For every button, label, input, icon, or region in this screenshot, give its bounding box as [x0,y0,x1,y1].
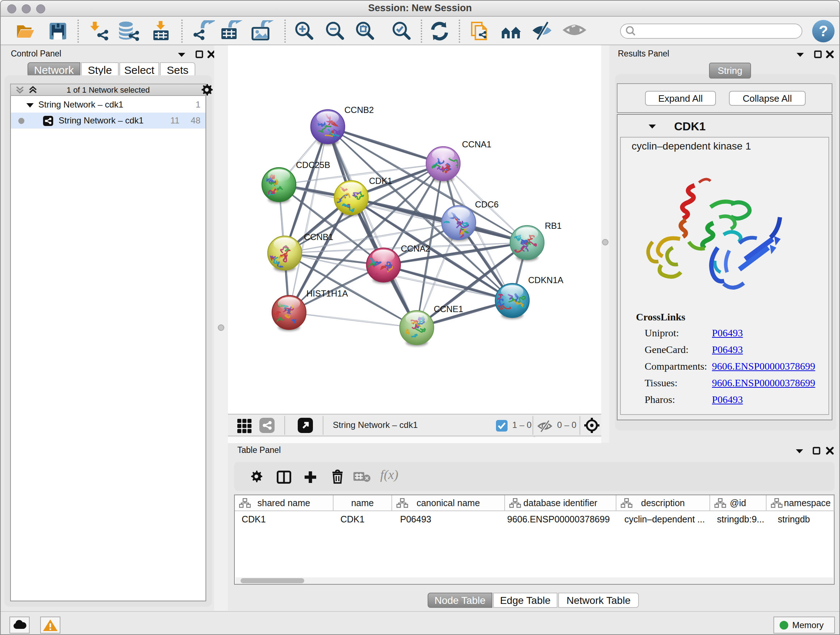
svg-text:CDC6: CDC6 [475,200,499,209]
svg-text:RB1: RB1 [545,221,562,231]
svg-text:CDC25B: CDC25B [296,160,330,170]
svg-text:CCNB1: CCNB1 [304,232,333,242]
svg-text:CCNB2: CCNB2 [344,105,374,115]
svg-text:CCNA1: CCNA1 [462,139,491,149]
svg-text:CCNE1: CCNE1 [434,304,463,314]
svg-text:?: ? [819,22,828,40]
svg-text:CDKN1A: CDKN1A [528,275,563,285]
svg-text:CDK1: CDK1 [369,176,392,186]
svg-text:HIST1H1A: HIST1H1A [306,288,348,298]
svg-text:CCNA2: CCNA2 [401,244,430,253]
